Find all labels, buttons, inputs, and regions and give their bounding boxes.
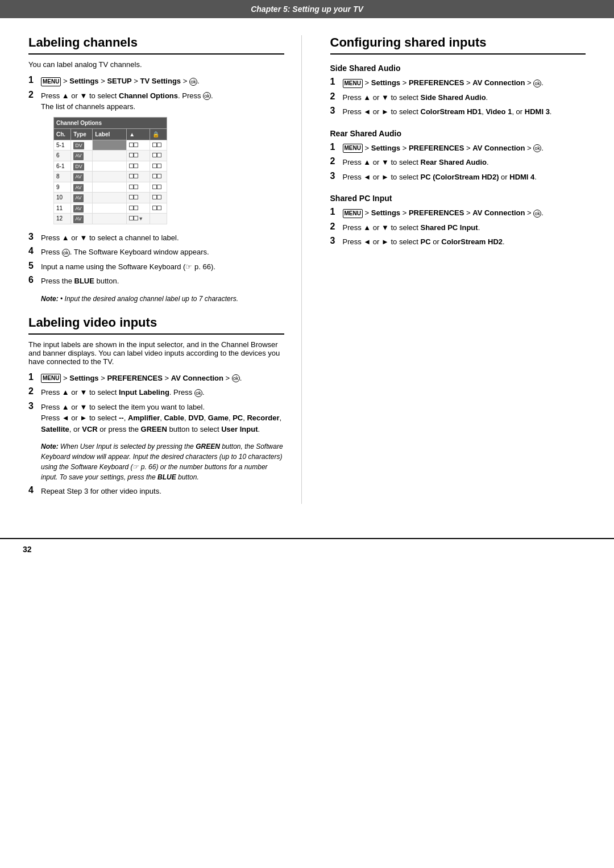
pc-step-num-3: 3 <box>330 236 343 246</box>
labeling-video-inputs-title: Labeling video inputs <box>28 315 284 335</box>
side-step-3: 3 Press ◄ or ► to select ColorStream HD1… <box>330 106 586 118</box>
video-step-num-4: 4 <box>28 485 41 495</box>
step-3: 3 Press ▲ or ▼ to select a channel to la… <box>28 232 284 244</box>
labeling-video-inputs-intro: The input labels are shown in the input … <box>28 340 284 366</box>
ok-icon-p1: ok <box>533 210 541 218</box>
col-lock: 🔒 <box>150 128 167 140</box>
step-content-1: MENU > Settings > SETUP > TV Settings > … <box>41 76 284 87</box>
step-content-4: Press ok. The Software Keyboard window a… <box>41 247 284 258</box>
menu-icon-v1: MENU <box>41 374 61 383</box>
table-title: Channel Options <box>54 117 167 128</box>
video-step-num-3: 3 <box>28 401 41 411</box>
rear-step-num-3: 3 <box>330 171 343 181</box>
step-num-1: 1 <box>28 75 41 85</box>
rear-step-num-2: 2 <box>330 156 343 166</box>
col-type: Type <box>71 128 93 140</box>
menu-icon-p1: MENU <box>343 209 363 218</box>
channel-options-table: Channel Options Ch. Type Label ▲ 🔒 <box>53 117 167 224</box>
ok-icon-2: ok <box>203 92 211 100</box>
side-step-2: 2 Press ▲ or ▼ to select Side Shared Aud… <box>330 92 586 103</box>
col-ch: Ch. <box>54 128 71 140</box>
rear-step-content-1: MENU > Settings > PREFERENCES > AV Conne… <box>343 143 586 154</box>
video-step-content-3: Press ▲ or ▼ to select the item you want… <box>41 402 284 435</box>
labeling-channels-intro: You can label analog TV channels. <box>28 60 284 69</box>
col-arrow: ▲ <box>127 128 150 140</box>
video-step-content-1: MENU > Settings > PREFERENCES > AV Conne… <box>41 373 284 384</box>
labeling-channels-steps: 1 MENU > Settings > SETUP > TV Settings … <box>28 76 284 287</box>
page-footer: 32 <box>0 538 614 560</box>
labeling-channels-note: Note: • Input the desired analog channel… <box>41 294 284 304</box>
labeling-video-step4-list: 4 Repeat Step 3 for other video inputs. <box>28 486 284 497</box>
side-shared-audio-title: Side Shared Audio <box>330 64 586 73</box>
step-1: 1 MENU > Settings > SETUP > TV Settings … <box>28 76 284 87</box>
step-content-3: Press ▲ or ▼ to select a channel to labe… <box>41 232 284 244</box>
video-step-num-1: 1 <box>28 372 41 382</box>
shared-pc-input-steps: 1 MENU > Settings > PREFERENCES > AV Con… <box>330 207 586 248</box>
rear-step-3: 3 Press ◄ or ► to select PC (ColorStream… <box>330 172 586 183</box>
ok-icon-3: ok <box>62 249 70 257</box>
shared-pc-input-title: Shared PC Input <box>330 194 586 203</box>
ok-icon-r1: ok <box>533 144 541 152</box>
ok-icon-s1: ok <box>533 80 541 87</box>
side-step-content-1: MENU > Settings > PREFERENCES > AV Conne… <box>343 77 586 89</box>
rear-shared-audio-steps: 1 MENU > Settings > PREFERENCES > AV Con… <box>330 143 586 183</box>
menu-icon: MENU <box>41 77 61 86</box>
rear-step-2: 2 Press ▲ or ▼ to select Rear Shared Aud… <box>330 157 586 168</box>
step-5: 5 Input a name using the Software Keyboa… <box>28 261 284 273</box>
step-4: 4 Press ok. The Software Keyboard window… <box>28 247 284 258</box>
video-step-3: 3 Press ▲ or ▼ to select the item you wa… <box>28 402 284 435</box>
pc-step-num-1: 1 <box>330 207 343 217</box>
labeling-video-inputs-steps: 1 MENU > Settings > PREFERENCES > AV Con… <box>28 373 284 435</box>
pc-step-content-2: Press ▲ or ▼ to select Shared PC Input. <box>343 222 586 233</box>
table-row: 5-1DV <box>54 140 167 151</box>
table-row: 6-1DV <box>54 161 167 172</box>
left-column: Labeling channels You can label analog T… <box>28 35 302 504</box>
side-step-num-2: 2 <box>330 91 343 102</box>
table-row: 9AV <box>54 182 167 193</box>
pc-step-content-1: MENU > Settings > PREFERENCES > AV Conne… <box>343 207 586 219</box>
side-step-1: 1 MENU > Settings > PREFERENCES > AV Con… <box>330 77 586 89</box>
rear-step-content-3: Press ◄ or ► to select PC (ColorStream H… <box>343 172 586 183</box>
page-number: 32 <box>23 545 32 554</box>
menu-icon-r1: MENU <box>343 144 363 153</box>
step-content-6: Press the BLUE button. <box>41 276 284 287</box>
table-row: 11AV <box>54 203 167 214</box>
rear-shared-audio-title: Rear Shared Audio <box>330 129 586 138</box>
video-step-content-2: Press ▲ or ▼ to select Input Labeling. P… <box>41 387 284 398</box>
step-num-5: 5 <box>28 261 41 271</box>
chapter-header: Chapter 5: Setting up your TV <box>0 0 614 18</box>
chapter-header-text: Chapter 5: Setting up your TV <box>251 5 363 14</box>
menu-icon-s1: MENU <box>343 79 363 88</box>
pc-step-num-2: 2 <box>330 222 343 232</box>
side-step-num-1: 1 <box>330 77 343 87</box>
right-column: Configuring shared inputs Side Shared Au… <box>325 35 586 504</box>
step-num-6: 6 <box>28 275 41 285</box>
configuring-shared-inputs-title: Configuring shared inputs <box>330 35 586 55</box>
step-content-2: Press ▲ or ▼ to select Channel Options. … <box>41 90 284 229</box>
ok-icon-v1: ok <box>232 374 240 382</box>
step-content-5: Input a name using the Software Keyboard… <box>41 261 284 273</box>
video-step-content-4: Repeat Step 3 for other video inputs. <box>41 486 284 497</box>
video-step-num-2: 2 <box>28 386 41 397</box>
rear-step-num-1: 1 <box>330 142 343 152</box>
side-step-num-3: 3 <box>330 106 343 116</box>
pc-step-2: 2 Press ▲ or ▼ to select Shared PC Input… <box>330 222 586 233</box>
ok-icon: ok <box>189 78 197 86</box>
col-label: Label <box>93 128 127 140</box>
video-step-4: 4 Repeat Step 3 for other video inputs. <box>28 486 284 497</box>
side-shared-audio-steps: 1 MENU > Settings > PREFERENCES > AV Con… <box>330 77 586 118</box>
labeling-channels-title: Labeling channels <box>28 35 284 55</box>
side-step-content-2: Press ▲ or ▼ to select Side Shared Audio… <box>343 92 586 103</box>
pc-step-1: 1 MENU > Settings > PREFERENCES > AV Con… <box>330 207 586 219</box>
table-row: 10AV <box>54 193 167 203</box>
side-step-content-3: Press ◄ or ► to select ColorStream HD1, … <box>343 106 586 118</box>
video-step-2: 2 Press ▲ or ▼ to select Input Labeling.… <box>28 387 284 398</box>
rear-step-content-2: Press ▲ or ▼ to select Rear Shared Audio… <box>343 157 586 168</box>
labeling-video-inputs-note: Note: When User Input is selected by pre… <box>41 441 284 482</box>
table-row: 8AV <box>54 172 167 182</box>
pc-step-content-3: Press ◄ or ► to select PC or ColorStream… <box>343 236 586 248</box>
rear-step-1: 1 MENU > Settings > PREFERENCES > AV Con… <box>330 143 586 154</box>
step-num-3: 3 <box>28 232 41 242</box>
table-row: 6AV <box>54 151 167 161</box>
pc-step-3: 3 Press ◄ or ► to select PC or ColorStre… <box>330 236 586 248</box>
